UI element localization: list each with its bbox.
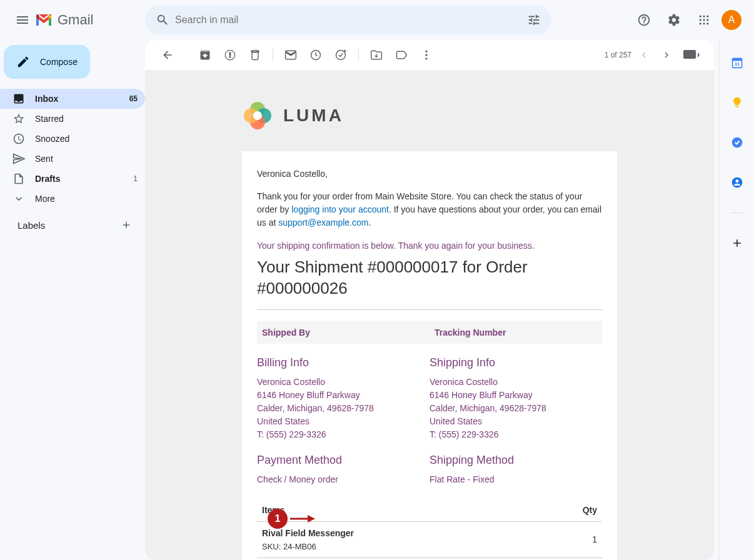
more-actions-button[interactable]	[414, 42, 439, 68]
login-link[interactable]: logging into your account	[291, 204, 389, 214]
app-header: Gmail A	[0, 0, 754, 40]
svg-point-13	[425, 50, 427, 52]
sidebar-item-snoozed[interactable]: Snoozed	[0, 129, 145, 149]
shipmethod-value: Flat Rate - Fixed	[430, 473, 602, 486]
svg-point-7	[703, 22, 705, 24]
svg-point-2	[706, 16, 708, 18]
main-menu-button[interactable]	[10, 8, 35, 32]
svg-point-3	[700, 19, 701, 21]
svg-text:31: 31	[734, 61, 739, 67]
search-bar	[145, 5, 551, 35]
compose-button[interactable]: Compose	[4, 45, 90, 79]
svg-rect-25	[732, 58, 741, 61]
hamburger-icon	[15, 12, 30, 28]
mark-unread-button[interactable]	[278, 42, 303, 68]
shipmethod-title: Shipping Method	[430, 454, 602, 467]
snooze-icon	[309, 49, 322, 61]
account-avatar[interactable]: A	[721, 10, 741, 30]
apps-button[interactable]	[691, 8, 716, 32]
keep-addon[interactable]	[725, 90, 750, 115]
next-button[interactable]	[656, 45, 676, 65]
snooze-button[interactable]	[303, 42, 328, 68]
chevron-left-icon	[638, 49, 650, 61]
gmail-logo[interactable]: Gmail	[35, 12, 93, 28]
add-task-button[interactable]	[328, 42, 353, 68]
billing-name: Veronica Costello	[257, 376, 430, 389]
svg-rect-16	[683, 50, 696, 59]
side-addons-panel: 31	[719, 40, 754, 560]
contacts-icon	[731, 176, 743, 189]
gear-icon	[667, 13, 681, 27]
nav-label: Sent	[35, 154, 53, 164]
email-body-paragraph: Thank you for your order from Main Websi…	[257, 190, 602, 229]
add-label-button[interactable]	[118, 216, 135, 234]
svg-point-4	[703, 19, 705, 21]
spam-button[interactable]	[218, 42, 243, 68]
archive-button[interactable]	[193, 42, 218, 68]
trash-icon	[249, 49, 261, 61]
spam-icon	[224, 49, 236, 61]
shipping-info-block: Shipping Info Veronica Costello 6146 Hon…	[430, 356, 602, 441]
get-addons-button[interactable]	[725, 231, 750, 256]
sidebar: Compose Inbox 65 Starred Snoozed Sent Dr…	[0, 40, 145, 560]
nav-label: Snoozed	[35, 134, 69, 144]
svg-point-6	[700, 22, 701, 24]
calendar-icon: 31	[731, 56, 743, 69]
support-button[interactable]	[631, 8, 656, 32]
sidebar-item-starred[interactable]: Starred	[0, 109, 145, 129]
delete-button[interactable]	[243, 42, 268, 68]
move-button[interactable]	[364, 42, 389, 68]
item-name: Rival Field Messenger	[262, 528, 530, 538]
svg-point-1	[703, 16, 705, 18]
shipping-name: Veronica Costello	[430, 376, 602, 389]
add-task-icon	[334, 49, 347, 61]
svg-point-9	[229, 56, 231, 58]
keyboard-icon	[683, 50, 700, 60]
shipping-country: United States	[430, 415, 602, 428]
settings-button[interactable]	[661, 8, 686, 32]
sidebar-item-inbox[interactable]: Inbox 65	[0, 89, 145, 109]
contacts-addon[interactable]	[725, 170, 750, 195]
billing-info-block: Billing Info Veronica Costello 6146 Hone…	[257, 356, 430, 441]
tracking-table: Shipped By Tracking Number	[257, 321, 602, 344]
draft-icon	[13, 172, 25, 185]
billing-country: United States	[257, 415, 430, 428]
label-button[interactable]	[389, 42, 414, 68]
input-tools-button[interactable]	[679, 45, 704, 65]
item-sku: SKU: 24-MB06	[262, 542, 530, 551]
support-email-link[interactable]: support@example.com	[278, 218, 368, 228]
nav-count: 65	[129, 94, 138, 103]
tune-icon	[527, 13, 541, 27]
plus-icon	[121, 219, 132, 231]
sidebar-item-more[interactable]: More	[0, 189, 145, 209]
keep-icon	[731, 96, 743, 109]
tasks-addon[interactable]	[725, 130, 750, 155]
arrow-back-icon	[161, 49, 174, 61]
sidebar-item-sent[interactable]: Sent	[0, 149, 145, 169]
tasks-icon	[731, 136, 743, 149]
payment-title: Payment Method	[257, 454, 430, 467]
email-viewport[interactable]: LUMA Veronica Costello, Thank you for yo…	[145, 70, 714, 560]
compose-label: Compose	[40, 57, 78, 67]
annotation-callout: 1	[268, 509, 315, 529]
mail-icon	[284, 49, 297, 61]
svg-point-8	[706, 22, 708, 24]
chevron-down-icon	[13, 192, 25, 205]
nav-label: Starred	[35, 114, 64, 124]
shipping-street: 6146 Honey Bluff Parkway	[430, 389, 602, 402]
calendar-addon[interactable]: 31	[725, 50, 750, 75]
labels-title: Labels	[18, 220, 45, 231]
prev-button[interactable]	[634, 45, 654, 65]
back-button[interactable]	[155, 42, 180, 68]
item-qty: 1	[535, 521, 602, 558]
nav-label: More	[35, 194, 55, 204]
search-options-button[interactable]	[521, 8, 546, 32]
search-button[interactable]	[150, 8, 175, 32]
send-icon	[13, 152, 25, 165]
search-input[interactable]	[175, 14, 521, 26]
luma-brand-text: LUMA	[283, 106, 344, 126]
svg-marker-23	[308, 515, 315, 522]
sidebar-item-drafts[interactable]: Drafts 1	[0, 169, 145, 189]
star-icon	[13, 112, 25, 125]
nav-label: Inbox	[35, 94, 58, 104]
